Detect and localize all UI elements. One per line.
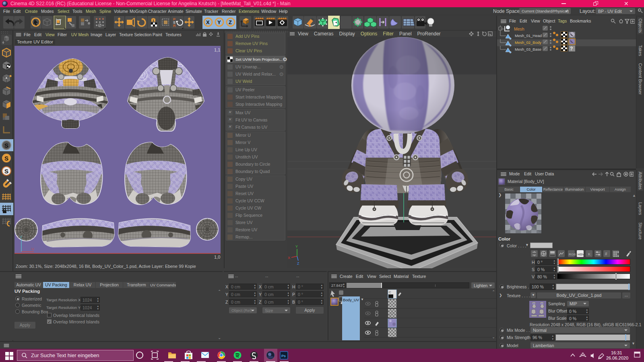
svg-text:RGB: RGB	[569, 253, 576, 256]
svg-text:X: X	[206, 19, 210, 25]
svg-text:?: ?	[570, 46, 573, 51]
svg-text:U: U	[31, 247, 34, 251]
svg-text:Ps: Ps	[281, 354, 286, 358]
svg-text:K: K	[588, 252, 590, 256]
svg-text:Y: Y	[295, 245, 298, 249]
svg-text:S: S	[4, 155, 8, 162]
svg-text:26.06.2020: 26.06.2020	[606, 356, 628, 360]
svg-text:R: R	[173, 24, 176, 28]
svg-text:C: C	[389, 290, 391, 294]
svg-text:S: S	[4, 142, 8, 149]
svg-text:HSV: HSV	[578, 253, 584, 256]
svg-text:#: #	[605, 252, 607, 256]
svg-text:S: S	[4, 168, 8, 175]
svg-text:Y: Y	[217, 19, 221, 25]
svg-text:16:31: 16:31	[611, 350, 622, 355]
svg-text:Z: Z	[229, 19, 232, 25]
svg-text:Z: Z	[297, 261, 299, 265]
svg-text:V: V	[20, 235, 22, 239]
svg-text:X: X	[288, 256, 290, 260]
